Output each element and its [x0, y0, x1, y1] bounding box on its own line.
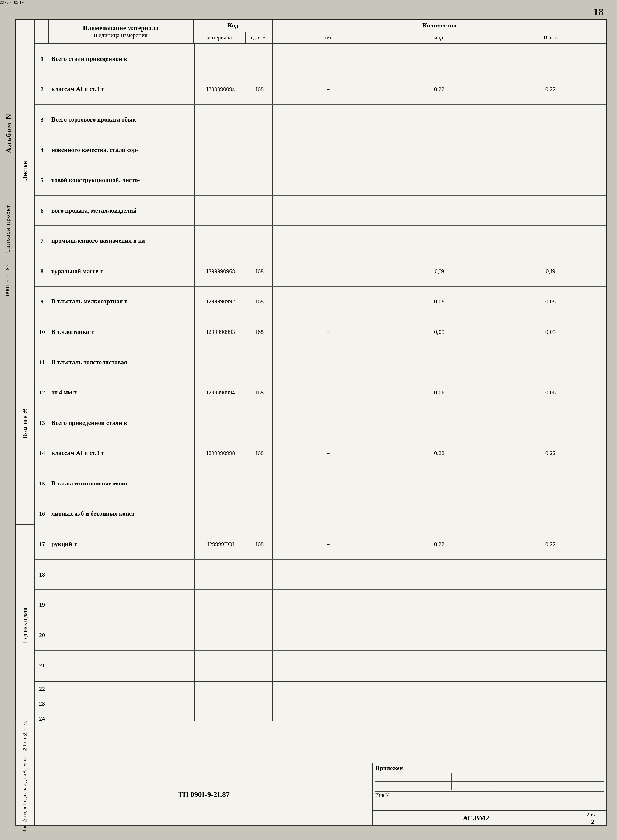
row-vsego-12: 0,06 — [495, 377, 606, 408]
footer-sig-label-2 — [35, 735, 94, 749]
row-num-20: 20 — [35, 620, 49, 650]
row-vsego-22 — [495, 682, 606, 696]
header-kod-group: Код материала ед. изм. — [193, 20, 273, 43]
table-row: 1 Всего стали приведенной к — [35, 44, 606, 74]
row-tip-8: – — [273, 256, 384, 286]
row-tip-13 — [273, 408, 384, 438]
row-num-1: 1 — [35, 44, 49, 74]
data-rows-container: 1 Всего стали приведенной к 2 классам АI… — [35, 44, 606, 726]
row-name-8: туральной массе т — [49, 256, 195, 286]
row-num-18: 18 — [35, 559, 49, 590]
stamp-c3-2 — [528, 782, 604, 790]
row-name-4: новенного качества, стали сор- — [49, 135, 195, 165]
table-row: 17 рукций т I29999IIOI I68 – 0,22 0,22 — [35, 529, 606, 559]
table-row: 11 В т.ч.сталь толстолистовая — [35, 347, 606, 378]
header-name-cell: Наименование материала и единица измерен… — [49, 20, 193, 43]
row-tip-4 — [273, 135, 384, 165]
row-tip-12: – — [273, 377, 384, 408]
row-vsego-19 — [495, 590, 606, 620]
row-num-3: 3 — [35, 105, 49, 135]
row-name-6: вого проката, металлоизделий — [49, 195, 195, 226]
footer-left-margin: Инв № пл/д Взам. инв № Подпись и дата Ин… — [16, 722, 35, 825]
row-name-18 — [49, 559, 195, 590]
row-ed-4 — [247, 135, 273, 165]
row-ed-13 — [247, 408, 273, 438]
stamp-row-1 — [375, 773, 604, 782]
header-col-ind: инд. — [384, 32, 495, 44]
row-name-17: рукций т — [49, 529, 195, 559]
header-kol-sub: тип инд. Всего — [273, 32, 606, 44]
row-num-2: 2 — [35, 74, 49, 105]
header-name-line1: Наименование материала — [83, 25, 159, 32]
row-code-6 — [195, 195, 247, 226]
table-row: 13 Всего приведенной стали к — [35, 408, 606, 438]
row-num-19: 19 — [35, 590, 49, 620]
row-ind-10: 0,05 — [384, 317, 495, 347]
row-num-6: 6 — [35, 195, 49, 226]
table-row: 15 В т.ч.на изготовление моно- — [35, 469, 606, 499]
row-name-1: Всего стали приведенной к — [49, 44, 195, 74]
footer-sig-label-1 — [35, 722, 94, 735]
row-num-4: 4 — [35, 135, 49, 165]
row-tip-21 — [273, 651, 384, 681]
row-ind-2: 0,22 — [384, 74, 495, 105]
footer-sig-row-2 — [35, 735, 606, 749]
row-tip-20 — [273, 620, 384, 650]
row-ed-20 — [247, 620, 273, 650]
footer-main: ТП 090I-9-2I.87 Приложен — [35, 722, 606, 825]
row-ind-23 — [384, 697, 495, 711]
row-num-22: 22 — [35, 682, 49, 696]
row-tip-23 — [273, 697, 384, 711]
flm-3: Подпись и дата — [16, 774, 34, 806]
table-row: 16 литных ж/б и бетонных конст- — [35, 499, 606, 529]
lm-section-3: Подпись и дата — [16, 525, 34, 726]
row-vsego-9: 0,08 — [495, 287, 606, 317]
row-tip-15 — [273, 469, 384, 499]
row-code-3 — [195, 105, 247, 135]
row-tip-3 — [273, 105, 384, 135]
row-vsego-4 — [495, 135, 606, 165]
row-num-7: 7 — [35, 226, 49, 256]
row-ed-23 — [247, 697, 273, 711]
row-ed-16 — [247, 499, 273, 529]
lm-label-2: Взам. инв № — [22, 408, 28, 438]
row-code-8: I299990968 — [195, 256, 247, 286]
row-num-13: 13 — [35, 408, 49, 438]
table-row: 2 классам АI и ст.3 т I299990094 I68 – 0… — [35, 74, 606, 105]
row-name-15: В т.ч.на изготовление моно- — [49, 469, 195, 499]
row-name-11: В т.ч.сталь толстолистовая — [49, 347, 195, 377]
row-ind-13 — [384, 408, 495, 438]
row-ind-7 — [384, 226, 495, 256]
row-tip-2: – — [273, 74, 384, 105]
row-num-11: 11 — [35, 347, 49, 377]
footer-bottom-right: АС.ВМ2 Лист 2 — [373, 810, 606, 825]
table-row: 22 — [35, 682, 606, 697]
footer-right-block: Приложен . — [373, 763, 606, 825]
row-vsego-23 — [495, 697, 606, 711]
row-code-14: I299990998 — [195, 438, 247, 469]
row-name-19 — [49, 590, 195, 620]
row-ind-1 — [384, 44, 495, 74]
page: 18 Альбом N Типовой проект 090I-9-2I.87 … — [0, 0, 617, 840]
row-name-5: товой конструкционной, листо- — [49, 165, 195, 195]
row-ed-18 — [247, 559, 273, 590]
row-vsego-16 — [495, 499, 606, 529]
row-ind-20 — [384, 620, 495, 650]
row-tip-11 — [273, 347, 384, 377]
footer-sig-label-3 — [35, 749, 94, 763]
header-kod-sub: материала ед. изм. — [193, 32, 272, 44]
row-code-1 — [195, 44, 247, 74]
flm-1: Инв № пл/д — [16, 722, 34, 747]
stamp-sub-rows: . — [375, 773, 604, 790]
row-code-16 — [195, 499, 247, 529]
row-num-8: 8 — [35, 256, 49, 286]
side-label-albom: Альбом N — [4, 113, 13, 153]
row-name-16: литных ж/б и бетонных конст- — [49, 499, 195, 529]
stamp-c1-1 — [375, 773, 452, 781]
row-ind-9: 0,08 — [384, 287, 495, 317]
table-row: 7 промышленного назначения в на- — [35, 226, 606, 256]
row-ed-22 — [247, 682, 273, 696]
row-vsego-13 — [495, 408, 606, 438]
header-kol-label: Количество — [273, 20, 606, 32]
table-row: 14 классам АI и ст.3 т I299990998 I68 – … — [35, 438, 606, 469]
